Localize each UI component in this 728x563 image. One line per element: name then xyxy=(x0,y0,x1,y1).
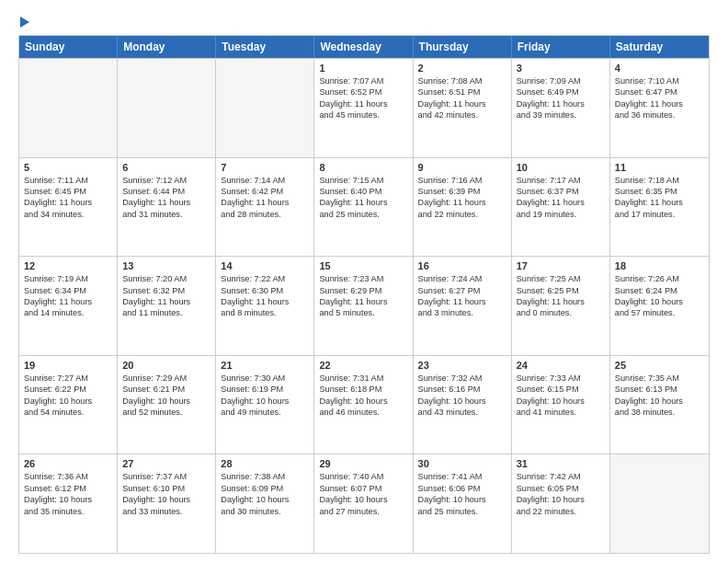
day-info: Sunrise: 7:37 AM Sunset: 6:10 PM Dayligh… xyxy=(122,471,210,517)
calendar-cell-21: 21Sunrise: 7:30 AM Sunset: 6:19 PM Dayli… xyxy=(216,356,314,454)
calendar-cell-19: 19Sunrise: 7:27 AM Sunset: 6:22 PM Dayli… xyxy=(19,356,118,454)
calendar-cell-2: 2Sunrise: 7:08 AM Sunset: 6:51 PM Daylig… xyxy=(414,59,512,157)
day-number: 18 xyxy=(615,260,704,271)
calendar-cell-11: 11Sunrise: 7:18 AM Sunset: 6:35 PM Dayli… xyxy=(610,158,709,257)
day-number: 9 xyxy=(418,162,506,173)
calendar-cell-5: 5Sunrise: 7:11 AM Sunset: 6:45 PM Daylig… xyxy=(19,158,118,257)
day-number: 1 xyxy=(319,63,407,74)
calendar-cell-8: 8Sunrise: 7:15 AM Sunset: 6:40 PM Daylig… xyxy=(314,158,413,257)
calendar-cell-7: 7Sunrise: 7:14 AM Sunset: 6:42 PM Daylig… xyxy=(216,158,314,257)
day-number: 12 xyxy=(24,260,112,271)
logo xyxy=(18,15,29,28)
calendar-row-3: 19Sunrise: 7:27 AM Sunset: 6:22 PM Dayli… xyxy=(19,355,709,454)
calendar-cell-18: 18Sunrise: 7:26 AM Sunset: 6:24 PM Dayli… xyxy=(610,257,709,355)
calendar-cell-28: 28Sunrise: 7:38 AM Sunset: 6:09 PM Dayli… xyxy=(216,454,314,553)
logo-arrow-icon xyxy=(20,17,29,28)
calendar-cell-23: 23Sunrise: 7:32 AM Sunset: 6:16 PM Dayli… xyxy=(414,356,512,454)
page: SundayMondayTuesdayWednesdayThursdayFrid… xyxy=(0,0,728,563)
day-info: Sunrise: 7:33 AM Sunset: 6:15 PM Dayligh… xyxy=(517,373,605,419)
day-number: 13 xyxy=(122,260,210,271)
day-number: 7 xyxy=(221,162,309,173)
calendar-cell-15: 15Sunrise: 7:23 AM Sunset: 6:29 PM Dayli… xyxy=(314,257,413,355)
day-number: 29 xyxy=(319,458,407,469)
calendar-cell-4: 4Sunrise: 7:10 AM Sunset: 6:47 PM Daylig… xyxy=(610,59,709,157)
day-number: 30 xyxy=(418,458,506,469)
day-number: 25 xyxy=(615,360,704,371)
calendar-header-cell-friday: Friday xyxy=(512,36,610,58)
day-info: Sunrise: 7:12 AM Sunset: 6:44 PM Dayligh… xyxy=(122,175,210,221)
calendar-cell-empty-0-1 xyxy=(118,59,216,157)
day-info: Sunrise: 7:18 AM Sunset: 6:35 PM Dayligh… xyxy=(615,175,704,221)
calendar-header-cell-sunday: Sunday xyxy=(19,36,118,58)
calendar-cell-empty-0-2 xyxy=(216,59,314,157)
day-number: 22 xyxy=(319,360,407,371)
calendar-row-0: 1Sunrise: 7:07 AM Sunset: 6:52 PM Daylig… xyxy=(19,58,709,157)
day-info: Sunrise: 7:30 AM Sunset: 6:19 PM Dayligh… xyxy=(221,373,309,419)
calendar-cell-14: 14Sunrise: 7:22 AM Sunset: 6:30 PM Dayli… xyxy=(216,257,314,355)
day-info: Sunrise: 7:15 AM Sunset: 6:40 PM Dayligh… xyxy=(319,175,407,221)
day-info: Sunrise: 7:32 AM Sunset: 6:16 PM Dayligh… xyxy=(418,373,506,419)
day-info: Sunrise: 7:38 AM Sunset: 6:09 PM Dayligh… xyxy=(221,471,309,517)
calendar-cell-10: 10Sunrise: 7:17 AM Sunset: 6:37 PM Dayli… xyxy=(512,158,610,257)
day-number: 2 xyxy=(418,63,506,74)
day-info: Sunrise: 7:41 AM Sunset: 6:06 PM Dayligh… xyxy=(418,471,506,517)
calendar-cell-25: 25Sunrise: 7:35 AM Sunset: 6:13 PM Dayli… xyxy=(610,356,709,454)
day-info: Sunrise: 7:08 AM Sunset: 6:51 PM Dayligh… xyxy=(418,75,506,121)
day-info: Sunrise: 7:07 AM Sunset: 6:52 PM Dayligh… xyxy=(319,75,407,121)
calendar-header-cell-saturday: Saturday xyxy=(610,36,709,58)
day-number: 5 xyxy=(24,162,112,173)
day-number: 17 xyxy=(517,260,605,271)
day-number: 6 xyxy=(122,162,210,173)
day-number: 21 xyxy=(221,360,309,371)
day-number: 16 xyxy=(418,260,506,271)
calendar-cell-13: 13Sunrise: 7:20 AM Sunset: 6:32 PM Dayli… xyxy=(118,257,216,355)
day-number: 26 xyxy=(24,458,112,469)
day-number: 20 xyxy=(122,360,210,371)
calendar-header-cell-monday: Monday xyxy=(118,36,216,58)
calendar-header-cell-tuesday: Tuesday xyxy=(216,36,314,58)
calendar-row-1: 5Sunrise: 7:11 AM Sunset: 6:45 PM Daylig… xyxy=(19,157,709,257)
calendar-header-cell-wednesday: Wednesday xyxy=(314,36,413,58)
day-info: Sunrise: 7:17 AM Sunset: 6:37 PM Dayligh… xyxy=(517,175,605,221)
calendar-cell-30: 30Sunrise: 7:41 AM Sunset: 6:06 PM Dayli… xyxy=(414,454,512,553)
calendar-cell-empty-4-6 xyxy=(610,454,709,553)
calendar-cell-12: 12Sunrise: 7:19 AM Sunset: 6:34 PM Dayli… xyxy=(19,257,118,355)
calendar-cell-1: 1Sunrise: 7:07 AM Sunset: 6:52 PM Daylig… xyxy=(314,59,413,157)
day-info: Sunrise: 7:22 AM Sunset: 6:30 PM Dayligh… xyxy=(221,273,309,319)
day-info: Sunrise: 7:31 AM Sunset: 6:18 PM Dayligh… xyxy=(319,373,407,419)
day-info: Sunrise: 7:29 AM Sunset: 6:21 PM Dayligh… xyxy=(122,373,210,419)
calendar-cell-31: 31Sunrise: 7:42 AM Sunset: 6:05 PM Dayli… xyxy=(512,454,610,553)
day-info: Sunrise: 7:27 AM Sunset: 6:22 PM Dayligh… xyxy=(24,373,112,419)
day-info: Sunrise: 7:36 AM Sunset: 6:12 PM Dayligh… xyxy=(24,471,112,517)
calendar-cell-20: 20Sunrise: 7:29 AM Sunset: 6:21 PM Dayli… xyxy=(118,356,216,454)
day-number: 11 xyxy=(615,162,704,173)
calendar-row-2: 12Sunrise: 7:19 AM Sunset: 6:34 PM Dayli… xyxy=(19,256,709,355)
calendar-cell-6: 6Sunrise: 7:12 AM Sunset: 6:44 PM Daylig… xyxy=(118,158,216,257)
day-number: 10 xyxy=(517,162,605,173)
day-number: 15 xyxy=(319,260,407,271)
calendar-header-row: SundayMondayTuesdayWednesdayThursdayFrid… xyxy=(19,36,709,58)
calendar-cell-22: 22Sunrise: 7:31 AM Sunset: 6:18 PM Dayli… xyxy=(314,356,413,454)
day-info: Sunrise: 7:26 AM Sunset: 6:24 PM Dayligh… xyxy=(615,273,704,319)
calendar-cell-29: 29Sunrise: 7:40 AM Sunset: 6:07 PM Dayli… xyxy=(314,454,413,553)
day-info: Sunrise: 7:35 AM Sunset: 6:13 PM Dayligh… xyxy=(615,373,704,419)
day-number: 23 xyxy=(418,360,506,371)
calendar-cell-3: 3Sunrise: 7:09 AM Sunset: 6:49 PM Daylig… xyxy=(512,59,610,157)
day-info: Sunrise: 7:09 AM Sunset: 6:49 PM Dayligh… xyxy=(517,75,605,121)
day-number: 4 xyxy=(615,63,704,74)
calendar-row-4: 26Sunrise: 7:36 AM Sunset: 6:12 PM Dayli… xyxy=(19,454,709,553)
day-info: Sunrise: 7:10 AM Sunset: 6:47 PM Dayligh… xyxy=(615,75,704,121)
header xyxy=(18,15,710,28)
day-info: Sunrise: 7:19 AM Sunset: 6:34 PM Dayligh… xyxy=(24,273,112,319)
day-info: Sunrise: 7:16 AM Sunset: 6:39 PM Dayligh… xyxy=(418,175,506,221)
calendar-header-cell-thursday: Thursday xyxy=(414,36,512,58)
calendar-cell-26: 26Sunrise: 7:36 AM Sunset: 6:12 PM Dayli… xyxy=(19,454,118,553)
calendar-cell-empty-0-0 xyxy=(19,59,118,157)
day-info: Sunrise: 7:11 AM Sunset: 6:45 PM Dayligh… xyxy=(24,175,112,221)
day-info: Sunrise: 7:25 AM Sunset: 6:25 PM Dayligh… xyxy=(517,273,605,319)
day-number: 14 xyxy=(221,260,309,271)
day-info: Sunrise: 7:24 AM Sunset: 6:27 PM Dayligh… xyxy=(418,273,506,319)
day-number: 19 xyxy=(24,360,112,371)
day-info: Sunrise: 7:23 AM Sunset: 6:29 PM Dayligh… xyxy=(319,273,407,319)
day-number: 24 xyxy=(517,360,605,371)
